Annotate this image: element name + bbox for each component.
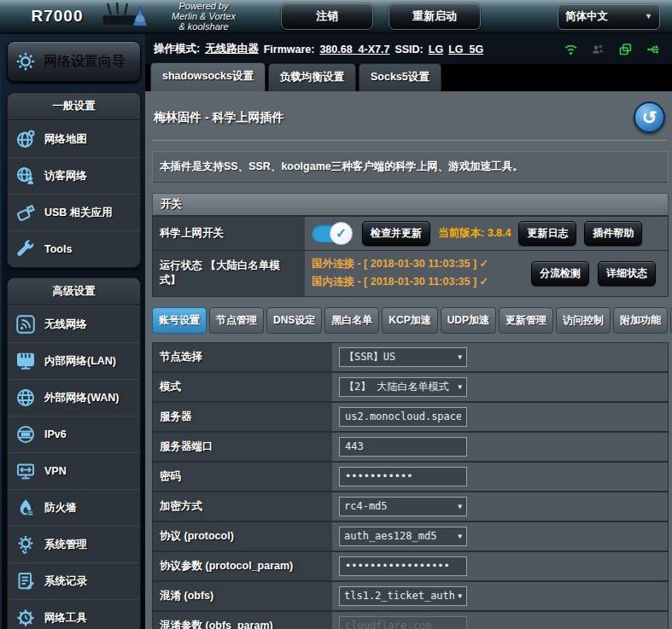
back-arrow-icon: ↺ (642, 108, 657, 128)
field-label: 节点选择 (153, 343, 332, 371)
password-input[interactable] (339, 467, 467, 486)
form-row-obfs: 混淆 (obfs) tls1.2_ticket_auth ▼ (153, 582, 668, 612)
ssid-link-2g[interactable]: LG (429, 44, 443, 55)
obfs-select[interactable]: tls1.2_ticket_auth ▼ (339, 586, 467, 606)
update-log-button[interactable]: 更新日志 (518, 221, 576, 246)
sidebar-group-header: 一般设置 (8, 93, 140, 120)
sidebar-item-label: 无线网络 (44, 318, 87, 330)
subtab-nodes[interactable]: 节点管理 (209, 307, 264, 334)
protocol-select[interactable]: auth_aes128_md5 ▼ (339, 527, 467, 546)
sidebar-item-setup-wizard[interactable]: 网络设置向导 (7, 41, 141, 82)
sidebar-item-label: 系统管理 (44, 539, 87, 550)
sidebar-item-guest-network[interactable]: 访客网络 (8, 157, 140, 194)
page-tab-strip: shadowsocks设置 负载均衡设置 Socks5设置 (145, 64, 672, 91)
sidebar-group-advanced: 高级设置 无线网络 内部网络(LAN) (7, 277, 141, 629)
subtab-udp[interactable]: UDP加速 (441, 307, 496, 334)
wireless-icon (15, 314, 36, 335)
sidebar-item-network-tools[interactable]: 网络工具 (8, 599, 140, 629)
globe-pin-icon (15, 129, 36, 149)
clients-icon[interactable] (590, 42, 606, 57)
tab-load-balance[interactable]: 负载均衡设置 (268, 63, 356, 91)
power-row: 科学上网开关 ✓ 检查并更新 当前版本: 3.8.4 更新日志 插件帮助 (152, 217, 669, 251)
chevron-down-icon: ▼ (458, 533, 462, 540)
wifi-icon[interactable] (563, 42, 579, 57)
node-select[interactable]: 【SSR】US ▼ (339, 347, 467, 367)
op-mode-label: 操作模式: (154, 42, 200, 56)
sidebar-item-wan[interactable]: 外部网络(WAN) (8, 379, 140, 416)
main-content: 梅林固件 - 科学上网插件 ↺ 本插件是支持SS、SSR、koolgame三种客… (145, 91, 672, 629)
route-detect-button[interactable]: 分流检测 (531, 261, 589, 286)
switch-section-header: 开关 (152, 193, 669, 217)
tab-shadowsocks[interactable]: shadowsocks设置 (150, 62, 266, 91)
sidebar-item-tools[interactable]: Tools (8, 230, 140, 267)
protocol-param-input[interactable] (339, 556, 467, 576)
language-dropdown[interactable]: 简体中文 ▼ (558, 3, 660, 30)
ssid-link-5g[interactable]: LG_5G (448, 44, 483, 55)
form-row-protocol: 协议 (protocol) auth_aes128_md5 ▼ (153, 522, 668, 552)
network-tools-icon (15, 608, 36, 628)
sidebar: 网络设置向导 一般设置 网络地图 访客网络 (0, 34, 145, 629)
usb-drive-icon (15, 202, 36, 223)
subtab-extras[interactable]: 附加功能 (613, 307, 668, 334)
sidebar-item-network-map[interactable]: 网络地图 (8, 120, 140, 157)
chevron-down-icon: ▼ (458, 353, 462, 361)
field-label: 加密方式 (153, 492, 332, 521)
sidebar-group-header: 高级设置 (8, 278, 140, 306)
sidebar-item-vpn[interactable]: VPN (8, 452, 140, 489)
sidebar-item-label: 网络工具 (44, 612, 87, 624)
router-model: R7000 (19, 7, 96, 26)
subtab-access[interactable]: 访问控制 (556, 307, 611, 334)
form-row-obfs-param: 混淆参数 (obfs_param) (153, 612, 668, 629)
check-update-button[interactable]: 检查并更新 (362, 221, 430, 246)
clone-icon[interactable] (617, 42, 634, 57)
subtab-kcp[interactable]: KCP加速 (382, 307, 437, 334)
sidebar-item-wireless[interactable]: 无线网络 (8, 306, 140, 342)
form-row-node: 节点选择 【SSR】US ▼ (153, 343, 668, 373)
sidebar-item-lan[interactable]: 内部网络(LAN) (8, 342, 140, 379)
account-settings-form: 节点选择 【SSR】US ▼ 模式 【2】 大陆白名单模式 ▼ 服务器 (152, 342, 669, 629)
router-logo-icon (96, 2, 150, 31)
subtab-account[interactable]: 账号设置 (152, 307, 207, 334)
encrypt-method-select[interactable]: rc4-md5 ▼ (339, 497, 467, 516)
subtab-dns[interactable]: DNS设定 (266, 307, 322, 334)
tab-socks5[interactable]: Socks5设置 (359, 63, 441, 91)
wrench-icon (15, 239, 36, 259)
form-row-port: 服务器端口 (153, 433, 668, 463)
sidebar-item-label: 网络地图 (44, 133, 87, 145)
form-row-protocol-param: 协议参数 (protocol_param) (153, 552, 668, 582)
usb-icon[interactable] (645, 42, 662, 57)
sidebar-item-label: 网络设置向导 (44, 54, 126, 69)
form-row-password: 密码 (153, 463, 668, 492)
field-label: 服务器端口 (153, 433, 332, 461)
sidebar-item-label: Tools (44, 243, 72, 255)
field-label: 协议 (protocol) (153, 522, 332, 550)
wan-globe-icon (15, 387, 36, 408)
subtab-update[interactable]: 更新管理 (499, 307, 553, 334)
sidebar-item-ipv6[interactable]: IPv6 (8, 416, 140, 452)
op-mode-link[interactable]: 无线路由器 (205, 42, 259, 56)
chevron-down-icon: ▼ (458, 383, 462, 391)
back-button[interactable]: ↺ (634, 102, 665, 133)
mode-select[interactable]: 【2】 大陆白名单模式 ▼ (339, 377, 467, 397)
toggle-check-icon: ✓ (330, 222, 353, 245)
server-input[interactable] (339, 407, 467, 427)
plugin-help-button[interactable]: 插件帮助 (584, 221, 642, 246)
field-label: 混淆 (obfs) (153, 582, 332, 610)
chevron-down-icon: ▼ (458, 503, 462, 510)
sidebar-item-usb-apps[interactable]: USB 相关应用 (8, 194, 140, 230)
server-port-input[interactable] (339, 437, 467, 457)
logout-button[interactable]: 注销 (281, 3, 373, 30)
system-log-icon (15, 571, 36, 591)
sidebar-item-system-log[interactable]: 系统记录 (8, 562, 140, 599)
firmware-link[interactable]: 380.68_4-X7.7 (319, 44, 389, 55)
power-toggle[interactable]: ✓ (312, 224, 351, 242)
sidebar-item-administration[interactable]: 系统管理 (8, 526, 140, 562)
sidebar-item-firewall[interactable]: 防火墙 (8, 489, 140, 526)
sidebar-item-label: 系统记录 (44, 575, 87, 587)
subtab-whitelist[interactable]: 黑白名单 (324, 307, 379, 334)
guest-network-icon (15, 166, 36, 186)
reboot-button[interactable]: 重新启动 (389, 3, 481, 30)
page-title: 梅林固件 - 科学上网插件 (154, 102, 283, 125)
detail-status-button[interactable]: 详细状态 (598, 261, 656, 286)
vpn-monitor-icon (15, 461, 36, 481)
